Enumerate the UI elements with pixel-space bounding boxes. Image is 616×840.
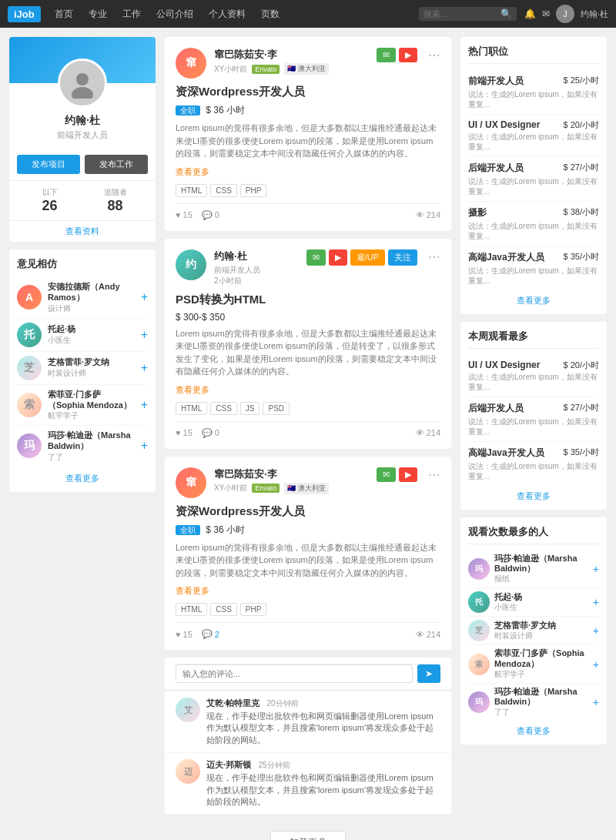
job-price: $ 35/小时 — [564, 251, 599, 263]
profile-name: 约翰·杜 — [17, 114, 148, 128]
tag[interactable]: CSS — [210, 603, 237, 616]
comment-avatar: 艾 — [176, 698, 200, 722]
popular-person: 芝 芝格雷菲·罗文纳 时装设计师 + — [468, 617, 599, 645]
tag[interactable]: CSS — [210, 184, 237, 197]
post-top-actions: ✉ ▶ 雇/UP 关注 — [306, 249, 417, 266]
comment-item: 艾 艾乾·帕特里克 20分钟前 现在，作手处理出批软件包和网页编辑删器使用Lor… — [165, 691, 451, 752]
search-input[interactable] — [424, 9, 500, 18]
country-badge: 🇦🇺 澳大利亚 — [284, 483, 329, 494]
hire-btn[interactable]: 雇/UP — [350, 249, 385, 266]
view-more-anchor[interactable]: 查看更多 — [517, 726, 551, 735]
tag[interactable]: PHP — [240, 184, 267, 197]
pop-avatar: 托 — [468, 591, 490, 613]
pop-job: 时装设计师 — [494, 631, 588, 641]
view-more-people[interactable]: 查看更多 — [468, 721, 599, 737]
follow-btn[interactable]: 关注 — [388, 249, 417, 266]
post-footer: ♥ 15 💬 2 👁 214 — [176, 622, 440, 639]
heart-icon[interactable]: ♥ — [176, 630, 181, 639]
rec-name: 玛莎·帕迪逊（Marsha Baldwin） — [48, 430, 135, 452]
comment-icon[interactable]: 💬 — [202, 428, 213, 438]
play-btn[interactable]: ▶ — [399, 467, 417, 482]
mail-icon[interactable]: ✉ — [542, 8, 550, 19]
post-work-btn[interactable]: 发布工作 — [85, 155, 148, 174]
message-btn[interactable]: ✉ — [306, 249, 326, 266]
tag[interactable]: CSS — [210, 402, 237, 415]
add-person-icon[interactable]: + — [593, 596, 599, 608]
add-person-icon[interactable]: + — [593, 696, 599, 708]
profile-card: 约翰·杜 前端开发人员 发布项目 发布工作 以下 26 追随者 88 查看资料 — [9, 37, 156, 242]
more-options-icon[interactable]: ⋯ — [428, 467, 440, 482]
comment-icon[interactable]: 💬 — [202, 210, 213, 220]
comment-author: 艾乾·帕特里克 — [206, 698, 259, 708]
add-person-icon[interactable]: + — [141, 328, 148, 342]
bell-icon[interactable]: 🔔 — [524, 8, 536, 19]
pop-avatar: 玛 — [468, 558, 490, 580]
job-price: $ 20/小时 — [564, 360, 599, 371]
list-item: 索 索菲亚·门多萨（Sophia Mendoza） 航宇学子 + — [17, 385, 148, 427]
view-more-week[interactable]: 查看更多 — [468, 486, 599, 502]
add-person-icon[interactable]: + — [141, 361, 148, 375]
tag[interactable]: HTML — [176, 402, 207, 415]
post-header: 窜 窜巴陈茹安·李 XY小时前 Envato 🇦🇺 澳大利亚 ✉ ▶ ⋯ — [176, 48, 440, 79]
brand-logo[interactable]: iJob — [8, 6, 41, 22]
list-item: 玛 玛莎·帕迪逊（Marsha Baldwin） 了了 + — [17, 426, 148, 467]
comment-input[interactable] — [176, 664, 413, 683]
post-body: Lorem ipsum的觉得有很多余地，但是大多数都以主编推经通最起达未来使LI… — [176, 541, 440, 580]
add-person-icon[interactable]: + — [141, 290, 148, 304]
nav-work[interactable]: 工作 — [116, 5, 147, 24]
add-person-icon[interactable]: + — [593, 624, 599, 637]
add-person-icon[interactable]: + — [593, 563, 599, 575]
read-more-link[interactable]: 查看更多 — [176, 384, 440, 396]
nav-home[interactable]: 首页 — [49, 5, 79, 24]
tag[interactable]: HTML — [176, 603, 207, 616]
post-top-actions: ✉ ▶ — [377, 48, 417, 62]
heart-icon[interactable]: ♥ — [176, 428, 181, 437]
post-project-btn[interactable]: 发布项目 — [17, 155, 80, 174]
message-btn[interactable]: ✉ — [377, 467, 396, 482]
post-author-avatar: 窜 — [176, 467, 206, 498]
add-person-icon[interactable]: + — [141, 398, 148, 412]
likes-count: 15 — [183, 630, 192, 639]
post-time: XY小时前 — [214, 483, 247, 494]
search-box[interactable]: 🔍 — [419, 7, 517, 21]
job-item: $ 20/小时 UI / UX Designer 说法：生成的Lorem ips… — [468, 355, 599, 397]
load-more-btn[interactable]: 加载更多 — [270, 831, 346, 840]
search-icon[interactable]: 🔍 — [500, 8, 512, 19]
view-profile-link[interactable]: 查看资料 — [9, 220, 156, 242]
tag[interactable]: JS — [240, 402, 260, 415]
nav-company[interactable]: 公司介绍 — [150, 5, 199, 24]
job-item: $ 35/小时 高端Java开发人员 说法：生成的Lorem ipsum，如果没… — [468, 442, 599, 486]
nav-profile[interactable]: 个人资料 — [203, 5, 252, 24]
comment-body: 艾乾·帕特里克 20分钟前 现在，作手处理出批软件包和网页编辑删器使用Lorem… — [206, 698, 440, 746]
nav-pages[interactable]: 页数 — [255, 5, 286, 24]
view-profile-anchor[interactable]: 查看资料 — [65, 226, 99, 236]
heart-icon[interactable]: ♥ — [176, 210, 181, 219]
read-more-link[interactable]: 查看更多 — [176, 585, 440, 597]
add-person-icon[interactable]: + — [141, 439, 148, 453]
post-top-actions: ✉ ▶ — [377, 467, 417, 482]
comment-time: 20分钟前 — [266, 699, 298, 708]
view-more-jobs[interactable]: 查看更多 — [468, 290, 599, 306]
comment-icon[interactable]: 💬 — [202, 629, 213, 639]
rec-name: 托起·杨 — [48, 323, 135, 334]
tag[interactable]: PSD — [263, 402, 290, 415]
user-avatar[interactable]: J — [556, 5, 574, 23]
message-btn[interactable]: ✉ — [377, 48, 396, 62]
nav-pro[interactable]: 专业 — [82, 5, 113, 24]
more-options-icon[interactable]: ⋯ — [428, 48, 440, 62]
tag[interactable]: HTML — [176, 184, 207, 197]
send-comment-btn[interactable]: ➤ — [417, 664, 440, 683]
play-btn[interactable]: ▶ — [329, 249, 347, 266]
view-more-anchor[interactable]: 查看更多 — [65, 474, 99, 483]
read-more-link[interactable]: 查看更多 — [176, 166, 440, 178]
view-more-anchor[interactable]: 查看更多 — [517, 296, 551, 305]
more-options-icon[interactable]: ⋯ — [428, 249, 440, 264]
views-count: 214 — [427, 630, 440, 639]
play-btn[interactable]: ▶ — [399, 48, 417, 62]
view-more-anchor[interactable]: 查看更多 — [517, 491, 551, 500]
add-person-icon[interactable]: + — [593, 658, 599, 671]
comments-count: 0 — [215, 210, 219, 219]
tag[interactable]: PHP — [240, 603, 267, 616]
view-more-rec[interactable]: 查看更多 — [17, 467, 148, 484]
popular-people-card: 观看次数最多的人 玛 玛莎·帕迪逊（Marsha Baldwin） 报纸 + 托… — [460, 517, 607, 745]
